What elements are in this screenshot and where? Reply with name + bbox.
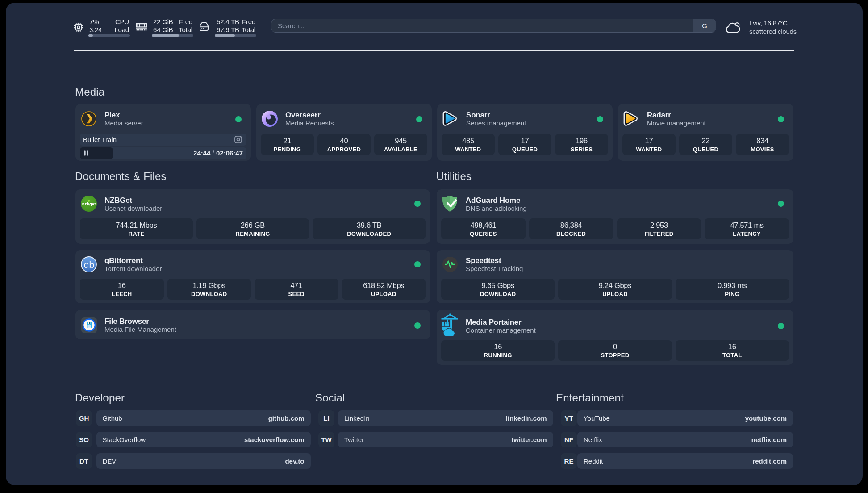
svg-text:nzbget: nzbget [82, 201, 96, 206]
svg-text:qb: qb [84, 259, 94, 270]
